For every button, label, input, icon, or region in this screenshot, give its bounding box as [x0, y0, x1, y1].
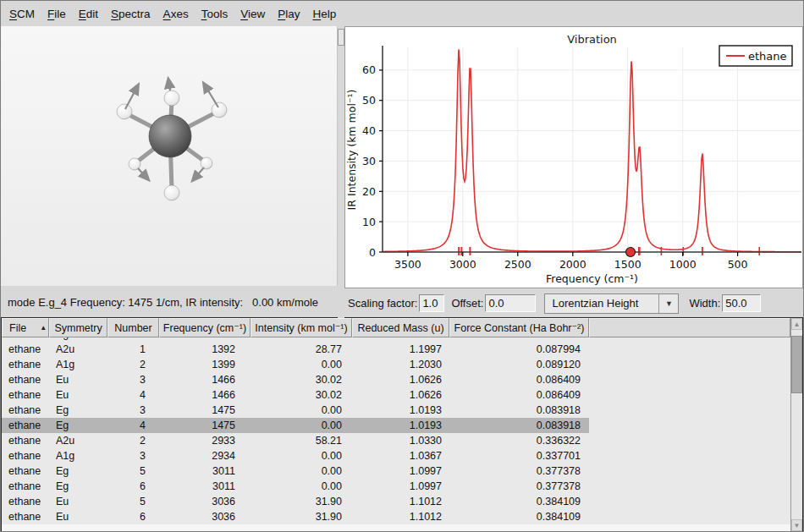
table-cell: Eg: [49, 420, 107, 431]
offset-input[interactable]: [485, 294, 536, 312]
hydrogen-atom: [201, 157, 212, 169]
spectrum-chart[interactable]: 0102030405060350030002500200015001000500…: [344, 26, 803, 288]
table-row[interactable]: ethaneEg314750.001.01930.083918: [2, 403, 589, 418]
scrollbar-thumb[interactable]: [791, 336, 802, 393]
table-cell: 0.083918: [449, 404, 589, 416]
table-row[interactable]: ethaneEu4146630.021.06260.086409: [2, 387, 589, 403]
table-cell: 0.337701: [449, 450, 589, 462]
table-cell: A2u: [49, 435, 107, 447]
column-header-4[interactable]: Intensity (km mol⁻¹): [251, 318, 352, 337]
selected-mode-marker[interactable]: [626, 248, 636, 257]
table-cell: 0.377378: [449, 465, 589, 477]
table-cell: 0.00: [251, 420, 352, 431]
menu-item-label: iew: [248, 8, 265, 20]
width-label: Width:: [689, 297, 720, 310]
table-cell: A2u: [49, 343, 107, 355]
table-cell: 6: [107, 511, 159, 523]
x-axis-label: Frequency (cm⁻¹): [546, 272, 638, 285]
x-tick-label: 2000: [559, 258, 586, 271]
lineshape-select[interactable]: Lorentzian Height ▼: [544, 293, 679, 314]
table-cell: 0.086409: [449, 374, 589, 386]
column-header-label: File: [9, 322, 26, 334]
table-row[interactable]: ethaneEg630110.001.09970.377378: [2, 479, 589, 494]
table-cell: 1392: [159, 343, 251, 355]
hydrogen-atom: [164, 185, 179, 200]
x-tick-label: 3000: [449, 258, 476, 271]
menu-item-file[interactable]: File: [47, 8, 66, 20]
splitter-handle-icon[interactable]: [338, 29, 344, 46]
menu-item-mnemonic: V: [240, 8, 248, 20]
x-tick-label: 1500: [614, 258, 642, 271]
column-header-5[interactable]: Reduced Mass (u): [352, 318, 449, 337]
x-tick-label: 500: [728, 258, 748, 271]
menu-item-view[interactable]: View: [240, 8, 265, 20]
scroll-up-icon[interactable]: ▲: [791, 318, 802, 330]
chart-svg[interactable]: 0102030405060350030002500200015001000500…: [345, 27, 804, 288]
spectrum-controls: Scaling factor: Offset: Lorentzian Heigh…: [344, 288, 803, 318]
sort-ascending-icon: ▲: [40, 324, 47, 332]
table-cell: ethane: [2, 359, 49, 370]
menu-item-mnemonic: P: [278, 8, 285, 20]
table-cell: A1g: [49, 450, 107, 462]
table-cell: 1475: [159, 404, 251, 416]
table-row[interactable]: ethaneA1g329340.001.03670.337701: [2, 448, 589, 463]
column-header-label: Force Constant (Ha Bohr⁻²): [454, 321, 585, 334]
column-header-0[interactable]: File▲: [2, 318, 49, 337]
table-row[interactable]: ethaneEg530110.001.09970.377378: [2, 463, 589, 479]
vertical-scrollbar[interactable]: ▲ ▼: [790, 318, 802, 531]
table-row[interactable]: ethaneEu3146630.021.06260.086409: [2, 372, 589, 387]
menu-item-help[interactable]: Help: [312, 8, 336, 20]
table-cell: 1.0997: [352, 480, 449, 492]
carbon-atom: [149, 115, 191, 157]
table-cell: 5: [107, 465, 159, 477]
modes-table-content: File▲SymmetryNumberFrequency (cm⁻¹)Inten…: [2, 318, 790, 531]
table-row[interactable]: ethaneA2u1139228.771.19970.087994: [2, 342, 589, 357]
menu-item-play[interactable]: Play: [278, 8, 300, 20]
menu-item-axes[interactable]: Axes: [163, 8, 189, 20]
table-cell: 2934: [159, 450, 251, 462]
menu-item-label: ile: [54, 8, 66, 20]
chevron-down-icon[interactable]: ▼: [658, 294, 678, 313]
table-row[interactable]: ethaneA1g213990.001.20300.089120: [2, 357, 589, 372]
column-header-6[interactable]: Force Constant (Ha Bohr⁻²): [449, 318, 589, 337]
table-row[interactable]: ethaneEu5303631.901.10120.384109: [2, 494, 589, 509]
scaling-factor-input[interactable]: [419, 294, 444, 312]
column-header-label: Symmetry: [54, 322, 102, 334]
menu-item-spectra[interactable]: Spectra: [111, 8, 151, 20]
column-header-2[interactable]: Number: [107, 318, 159, 337]
menu-item-mnemonic: H: [312, 8, 321, 20]
table-cell: Eg: [49, 404, 107, 416]
table-cell: 6: [107, 480, 159, 492]
column-header-filler: [589, 318, 790, 337]
column-header-label: Frequency (cm⁻¹): [163, 321, 246, 334]
table-cell: ethane: [2, 480, 49, 492]
menu-item-scm[interactable]: SCM: [9, 8, 35, 20]
scrollbar-track[interactable]: [791, 330, 802, 519]
column-header-3[interactable]: Frequency (cm⁻¹): [159, 318, 251, 337]
table-cell: 1.1997: [352, 343, 449, 355]
column-header-label: Intensity (km mol⁻¹): [255, 321, 347, 334]
table-cell: 3036: [159, 511, 251, 523]
table-row[interactable]: ethaneA2u2293358.211.03300.336322: [2, 433, 589, 448]
table-header-row: File▲SymmetryNumberFrequency (cm⁻¹)Inten…: [2, 318, 790, 337]
menu-item-tools[interactable]: Tools: [201, 8, 229, 20]
table-cell: 1.0626: [352, 389, 449, 401]
panel-splitter[interactable]: [338, 26, 344, 318]
width-input[interactable]: [722, 294, 761, 312]
column-header-1[interactable]: Symmetry: [49, 318, 107, 337]
table-cell: 1.2030: [352, 359, 449, 370]
scroll-down-icon[interactable]: ▼: [791, 519, 802, 531]
table-row-selected[interactable]: ethaneEg414750.001.01930.083918: [2, 418, 589, 433]
menu-item-mnemonic: E: [79, 8, 86, 20]
molecule-viewport[interactable]: [1, 26, 338, 286]
table-cell: 4: [107, 389, 159, 401]
table-row[interactable]: ethaneEu6303631.901.10120.384109: [2, 509, 589, 524]
table-cell: 3: [107, 404, 159, 416]
table-cell: 30.02: [251, 389, 352, 401]
table-cell: 0.00: [251, 404, 352, 416]
table-cell: 1466: [159, 374, 251, 386]
x-tick-label: 1000: [669, 258, 697, 271]
menu-item-label: lay: [285, 8, 300, 20]
table-body: ethaneEg211950.001.47510.079075ethaneA2u…: [2, 326, 790, 524]
menu-item-edit[interactable]: Edit: [79, 8, 98, 20]
